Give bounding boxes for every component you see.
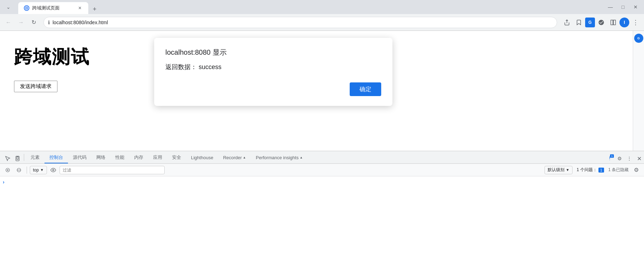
issues-count-badge[interactable]: 1 个问题： 1 bbox=[574, 166, 607, 174]
share-icon[interactable] bbox=[561, 17, 573, 28]
devtools-issues-button[interactable]: 1 bbox=[605, 154, 615, 163]
log-level-selector[interactable]: 默认级别 ▼ bbox=[544, 166, 573, 174]
forward-button[interactable]: → bbox=[15, 17, 27, 28]
alert-actions: 确定 bbox=[165, 82, 381, 96]
devtools-settings-gear-icon[interactable]: ⚙ bbox=[615, 154, 624, 163]
alert-ok-button[interactable]: 确定 bbox=[350, 82, 381, 96]
profile-avatar[interactable]: I bbox=[619, 18, 629, 27]
devtools-tab-memory[interactable]: 内存 bbox=[129, 152, 148, 163]
sidebar-translate-button[interactable]: G bbox=[634, 34, 643, 43]
address-bar[interactable]: ℹ localhost:8080/index.html bbox=[43, 17, 557, 28]
svg-rect-8 bbox=[609, 160, 610, 160]
new-tab-button[interactable]: + bbox=[90, 4, 100, 14]
devtools-console-toolbar: top ▼ 默认级别 ▼ 1 个问题： 1 1 条已隐藏 ⚙ bbox=[0, 164, 644, 176]
console-prompt-line: › bbox=[0, 178, 644, 186]
devtools-more-menu-icon[interactable]: ⋮ bbox=[624, 154, 634, 163]
nav-right-icons: G I ⋮ bbox=[561, 17, 641, 28]
maximize-button[interactable]: □ bbox=[617, 3, 629, 11]
reload-button[interactable]: ↻ bbox=[28, 17, 39, 28]
info-icon: ℹ bbox=[48, 20, 50, 25]
console-chevron-icon: › bbox=[3, 179, 5, 185]
hidden-messages-count[interactable]: 1 条已隐藏 bbox=[608, 167, 629, 173]
issues-count: 1 bbox=[598, 168, 604, 173]
devtools-tab-performance-insights[interactable]: Performance insights ▲ bbox=[251, 152, 308, 163]
console-clear-button[interactable] bbox=[3, 165, 13, 175]
context-selector[interactable]: top ▼ bbox=[30, 166, 47, 174]
tab-area: 跨域测试页面 ✕ + bbox=[18, 0, 603, 14]
devtools-console-area[interactable]: › bbox=[0, 176, 644, 263]
devtools-tab-lighthouse[interactable]: Lighthouse bbox=[186, 152, 218, 163]
alert-origin: localhost:8080 显示 bbox=[165, 48, 381, 57]
extensions-icon[interactable] bbox=[596, 17, 607, 28]
level-label: 默认级别 bbox=[548, 167, 564, 173]
browser-window: ⌄ 跨域测试页面 ✕ + — □ ✕ ← → ↻ ℹ localhost:808… bbox=[0, 0, 644, 263]
right-sidebar: G bbox=[633, 31, 644, 151]
alert-dialog: localhost:8080 显示 返回数据： success 确定 bbox=[154, 38, 392, 106]
level-chevron-icon: ▼ bbox=[566, 168, 569, 172]
alert-message: 返回数据： success bbox=[165, 63, 381, 71]
navigation-bar: ← → ↻ ℹ localhost:8080/index.html G I ⋮ bbox=[0, 14, 644, 31]
active-tab[interactable]: 跨域测试页面 ✕ bbox=[18, 2, 88, 14]
context-chevron-icon: ▼ bbox=[40, 168, 44, 172]
devtools-tab-network[interactable]: 网络 bbox=[91, 152, 110, 163]
devtools-device-toggle-button[interactable] bbox=[13, 154, 22, 163]
menu-icon[interactable]: ⋮ bbox=[630, 17, 641, 28]
devtools-panel: 元素 控制台 源代码 网络 性能 内存 应用 安全 Lighthouse Rec… bbox=[0, 151, 644, 263]
url-text: localhost:8080/index.html bbox=[53, 20, 553, 25]
console-settings-icon[interactable]: ⚙ bbox=[631, 165, 641, 175]
page-content: 跨域测试 发送跨域请求 localhost:8080 显示 返回数据： succ… bbox=[0, 31, 633, 151]
devtools-tab-recorder[interactable]: Recorder ▲ bbox=[218, 152, 251, 163]
console-no-entry-button[interactable] bbox=[14, 165, 24, 175]
page-area: 跨域测试 发送跨域请求 localhost:8080 显示 返回数据： succ… bbox=[0, 31, 644, 151]
tab-favicon bbox=[24, 5, 29, 11]
alert-overlay: localhost:8080 显示 返回数据： success 确定 bbox=[0, 31, 633, 151]
devtools-tab-elements[interactable]: 元素 bbox=[26, 152, 44, 163]
title-bar: ⌄ 跨域测试页面 ✕ + — □ ✕ bbox=[0, 0, 644, 14]
devtools-tab-console[interactable]: 控制台 bbox=[44, 152, 68, 163]
chevron-down-btn[interactable]: ⌄ bbox=[3, 3, 14, 11]
devtools-close-button[interactable]: ✕ bbox=[634, 154, 644, 163]
svg-rect-5 bbox=[16, 156, 19, 161]
devtools-tab-performance[interactable]: 性能 bbox=[110, 152, 129, 163]
svg-rect-3 bbox=[611, 20, 613, 25]
tab-close-button[interactable]: ✕ bbox=[77, 5, 83, 11]
minimize-button[interactable]: — bbox=[605, 3, 616, 11]
devtools-select-element-button[interactable] bbox=[3, 154, 13, 163]
bookmark-icon[interactable] bbox=[573, 17, 584, 28]
svg-rect-4 bbox=[614, 20, 616, 25]
issues-label: 1 个问题： bbox=[577, 167, 597, 173]
svg-rect-6 bbox=[17, 157, 18, 160]
devtools-tab-security[interactable]: 安全 bbox=[167, 152, 186, 163]
close-button[interactable]: ✕ bbox=[630, 3, 641, 11]
google-translate-icon[interactable]: G bbox=[585, 18, 595, 27]
toolbar-separator-1 bbox=[27, 167, 27, 174]
window-controls: — □ ✕ bbox=[605, 3, 641, 11]
console-filter-input[interactable] bbox=[60, 166, 165, 174]
split-view-icon[interactable] bbox=[608, 17, 619, 28]
svg-point-14 bbox=[53, 169, 54, 171]
devtools-tab-application[interactable]: 应用 bbox=[148, 152, 167, 163]
console-eye-button[interactable] bbox=[48, 165, 58, 175]
devtools-tabs: 元素 控制台 源代码 网络 性能 内存 应用 安全 Lighthouse Rec… bbox=[0, 151, 644, 164]
context-label: top bbox=[33, 168, 39, 173]
tab-title: 跨域测试页面 bbox=[32, 5, 74, 11]
devtools-tab-sources[interactable]: 源代码 bbox=[68, 152, 91, 163]
back-button[interactable]: ← bbox=[3, 17, 14, 28]
